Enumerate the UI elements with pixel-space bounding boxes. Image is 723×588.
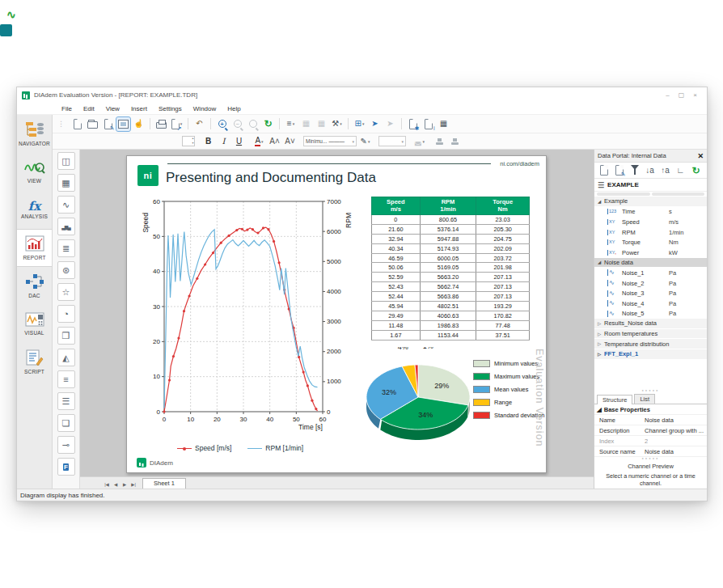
export-icon[interactable]: ↗▾ bbox=[170, 117, 184, 131]
new-layout-icon[interactable] bbox=[70, 117, 84, 131]
font-size-spinner[interactable] bbox=[181, 134, 195, 148]
tree-item-noise-2[interactable]: ∿Noise_2Pa bbox=[594, 278, 707, 289]
tree-item-fft-expl-1[interactable]: ▷FFT_Expl_1 bbox=[594, 349, 707, 360]
sheet-tab[interactable]: Sheet 1 bbox=[142, 478, 186, 489]
maximize-button[interactable]: ▢ bbox=[674, 91, 688, 99]
sheet-nav-2[interactable]: ▶ bbox=[120, 482, 129, 487]
minimize-button[interactable]: – bbox=[661, 91, 674, 99]
print-preview-icon[interactable] bbox=[116, 117, 130, 131]
group-objects-icon[interactable]: ▦ bbox=[299, 117, 313, 131]
base-properties-header[interactable]: ◢Base Properties bbox=[594, 404, 707, 415]
sheet-nav-1[interactable]: ◀ bbox=[112, 482, 120, 487]
shrink-font-icon[interactable]: A˅ bbox=[283, 134, 297, 148]
update-stop-icon[interactable]: ➤ bbox=[383, 117, 397, 131]
menu-file[interactable]: File bbox=[61, 105, 72, 112]
tree-item-example[interactable]: ◢Example bbox=[594, 197, 707, 207]
tree-item-torque[interactable]: XYTorqueNm bbox=[594, 237, 707, 247]
tree-item-power[interactable]: XY‚PowerkW bbox=[594, 247, 707, 258]
underline-icon[interactable]: U bbox=[232, 134, 246, 148]
sidebar-item-analysis[interactable]: fxANALYSIS bbox=[17, 191, 52, 229]
line-style-select[interactable]: Minimu...———▾ bbox=[303, 134, 357, 148]
radar-chart-icon[interactable]: ☆ bbox=[57, 283, 75, 301]
format-painter-icon[interactable] bbox=[433, 134, 446, 148]
tree-item-noise-1[interactable]: ∿Noise_1Pa bbox=[594, 268, 707, 278]
sidebar-item-view[interactable]: VIEW bbox=[17, 153, 52, 191]
tree-item-temperature-distribution[interactable]: ▷Temperature distribution bbox=[594, 339, 707, 349]
open-layout-icon[interactable] bbox=[86, 117, 99, 131]
pan-icon[interactable]: ☝ bbox=[132, 117, 146, 131]
bar-chart-icon[interactable]: ▃▆▄ bbox=[57, 218, 75, 235]
refresh-icon[interactable]: ↻ bbox=[261, 117, 275, 131]
save-layout-icon[interactable]: ✎ bbox=[101, 117, 115, 131]
tree-item-speed[interactable]: XYSpeedm/s bbox=[594, 217, 707, 227]
tab-structure[interactable]: Structure bbox=[597, 395, 632, 404]
menu-insert[interactable]: Insert bbox=[131, 105, 147, 112]
sheet-nav-3[interactable]: ▶| bbox=[129, 482, 137, 487]
polar-chart-icon[interactable]: ⊛ bbox=[57, 261, 75, 279]
portal-root-item[interactable]: ☰ EXAMPLE bbox=[594, 179, 707, 192]
formatted-text-icon[interactable]: ☰ bbox=[57, 392, 75, 410]
portal-filter-icon[interactable] bbox=[628, 163, 641, 177]
line-width-select[interactable]: ▾ bbox=[378, 134, 406, 148]
chart-2d-icon[interactable]: ◫ bbox=[57, 152, 75, 170]
zoom-out-icon[interactable]: − bbox=[230, 117, 244, 131]
insert-table-icon[interactable]: ⊞▾ bbox=[353, 117, 366, 131]
grow-font-icon[interactable]: A˄ bbox=[268, 134, 281, 148]
tree-item-noise-4[interactable]: ∿Noise_4Pa bbox=[594, 298, 707, 309]
sheet-settings-icon[interactable]: ✱ bbox=[406, 117, 420, 131]
undo-icon[interactable]: ↶ bbox=[192, 117, 206, 131]
tab-list[interactable]: List bbox=[634, 394, 655, 404]
chart-3d-icon[interactable]: ❒ bbox=[57, 327, 75, 345]
curve-icon[interactable]: ∿ bbox=[57, 196, 75, 214]
grid-icon[interactable]: ▦ bbox=[437, 117, 450, 131]
align-objects-icon[interactable]: ≡▾ bbox=[284, 117, 298, 131]
portal-new-icon[interactable] bbox=[597, 163, 611, 177]
tree-item-results-noise-data[interactable]: ▷Results_Noise data bbox=[594, 319, 707, 329]
table-icon[interactable]: ▦ bbox=[57, 174, 75, 192]
sidebar-item-report[interactable]: REPORT bbox=[17, 229, 52, 267]
menu-edit[interactable]: Edit bbox=[83, 105, 95, 112]
print-icon[interactable] bbox=[154, 117, 168, 131]
shape-icon[interactable]: ❏ bbox=[57, 414, 75, 432]
script-object-icon[interactable]: F bbox=[57, 458, 75, 476]
close-icon[interactable]: ✕ bbox=[697, 152, 704, 160]
menu-settings[interactable]: Settings bbox=[159, 105, 182, 112]
image-icon[interactable]: ◭ bbox=[57, 349, 75, 366]
fill-color-icon[interactable]: ◛▾ bbox=[412, 134, 426, 148]
portal-sort-desc-icon[interactable]: ↑a bbox=[658, 163, 672, 177]
portal-axis-icon[interactable]: ∟ bbox=[674, 163, 687, 177]
line-color-icon[interactable]: ✎▾ bbox=[358, 134, 372, 148]
bold-icon[interactable]: B bbox=[201, 134, 215, 148]
tree-item-noise-5[interactable]: ∿Noise_5Pa bbox=[594, 309, 707, 319]
sheet-nav-0[interactable]: |◀ bbox=[103, 482, 111, 487]
tree-item-noise-3[interactable]: ∿Noise_3Pa bbox=[594, 288, 707, 298]
sheet-info-icon[interactable]: i bbox=[421, 117, 435, 131]
italic-icon[interactable]: I bbox=[217, 134, 230, 148]
tree-item-noise-data[interactable]: ◢Noise data bbox=[594, 258, 707, 269]
sidebar-item-dac[interactable]: DAC bbox=[17, 267, 52, 305]
portal-import-icon[interactable]: ✎ bbox=[612, 163, 626, 177]
menu-window[interactable]: Window bbox=[193, 105, 216, 112]
close-button[interactable]: × bbox=[688, 91, 702, 99]
sidebar-item-visual[interactable]: VISUAL bbox=[17, 305, 52, 343]
sidebar-item-script[interactable]: SCRIPT bbox=[17, 343, 52, 381]
format-apply-icon[interactable] bbox=[448, 134, 462, 148]
slider-icon[interactable]: ⊸ bbox=[57, 436, 75, 454]
sidebar-item-navigator[interactable]: NAVIGATOR bbox=[17, 115, 52, 153]
portal-sort-asc-icon[interactable]: ↓a bbox=[643, 163, 657, 177]
ungroup-objects-icon[interactable]: ▦ bbox=[315, 117, 328, 131]
menu-help[interactable]: Help bbox=[227, 105, 240, 112]
tree-item-time[interactable]: 123Times bbox=[594, 207, 707, 218]
update-run-icon[interactable]: ➤ bbox=[368, 117, 382, 131]
tools-icon[interactable]: ⚒▾ bbox=[330, 117, 344, 131]
portal-refresh-icon[interactable]: ↻ bbox=[689, 163, 703, 177]
text-icon[interactable]: ≡ bbox=[57, 370, 75, 388]
menu-view[interactable]: View bbox=[106, 105, 120, 112]
zoom-reset-icon[interactable] bbox=[246, 117, 260, 131]
font-color-icon[interactable]: A▾ bbox=[252, 134, 266, 148]
tree-item-rpm[interactable]: XYRPM1/min bbox=[594, 227, 707, 238]
pie-chart-icon[interactable]: ◔ bbox=[57, 305, 75, 323]
axis-system-icon[interactable]: ≣ bbox=[57, 239, 75, 257]
zoom-in-icon[interactable]: + bbox=[215, 117, 229, 131]
tree-item-room-temperatures[interactable]: ▷Room temperatures bbox=[594, 329, 707, 340]
